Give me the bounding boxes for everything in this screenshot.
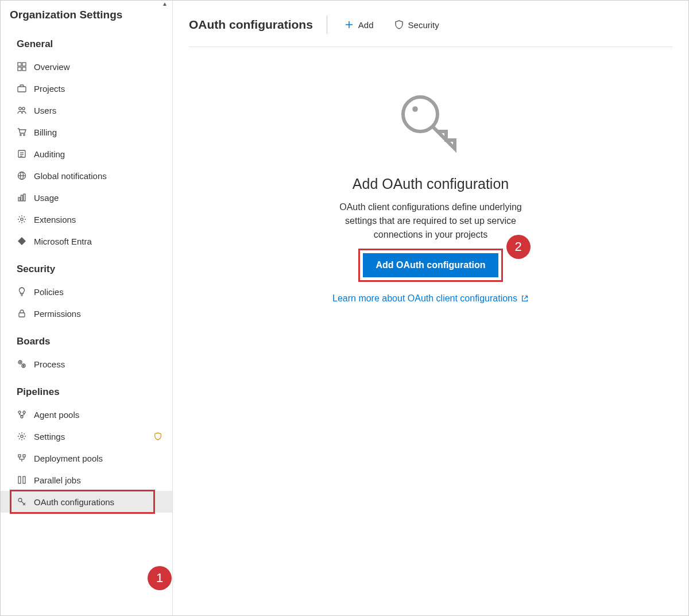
sidebar-item-overview[interactable]: Overview	[1, 56, 172, 78]
sidebar: ▲ Organization Settings General Overview…	[1, 1, 173, 615]
sidebar-item-label: Billing	[34, 127, 162, 137]
page-title: OAuth configurations	[189, 18, 313, 32]
sidebar-item-global-notifications[interactable]: Global notifications	[1, 165, 172, 187]
lightbulb-icon	[17, 286, 27, 297]
globe-icon	[17, 171, 27, 181]
sidebar-title: Organization Settings	[1, 1, 172, 27]
learn-more-label: Learn more about OAuth client configurat…	[332, 293, 517, 304]
add-button[interactable]: Add	[341, 18, 377, 32]
sidebar-item-label: OAuth configurations	[34, 497, 162, 507]
svg-point-5	[19, 107, 21, 110]
sidebar-item-label: Users	[34, 106, 162, 115]
sidebar-item-label: Projects	[34, 84, 162, 94]
key-icon	[17, 497, 27, 507]
svg-point-27	[18, 411, 21, 413]
cart-icon	[17, 127, 27, 137]
sidebar-item-extensions[interactable]: Extensions	[1, 208, 172, 230]
main-content: OAuth configurations Add Security	[173, 1, 688, 615]
svg-rect-22	[19, 313, 25, 317]
sidebar-item-label: Deployment pools	[34, 454, 162, 463]
svg-point-30	[21, 435, 23, 437]
svg-point-28	[23, 411, 25, 413]
section-heading-general: General	[1, 27, 172, 56]
sidebar-item-policies[interactable]: Policies	[1, 281, 172, 303]
main-body: Add OAuth configuration OAuth client con…	[189, 47, 672, 615]
sidebar-item-label: Usage	[34, 193, 162, 203]
sidebar-item-permissions[interactable]: Permissions	[1, 303, 172, 324]
sidebar-body[interactable]: General Overview Projects Users	[1, 27, 172, 615]
nodes-icon	[17, 409, 27, 420]
add-oauth-configuration-button[interactable]: Add OAuth configuration	[363, 253, 498, 277]
svg-rect-17	[21, 195, 23, 201]
primary-button-wrap: Add OAuth configuration 2	[363, 253, 498, 277]
page-header: OAuth configurations Add Security	[189, 1, 672, 47]
svg-point-19	[21, 218, 23, 220]
sidebar-item-label: Overview	[34, 62, 162, 72]
svg-point-6	[22, 107, 25, 110]
svg-point-8	[24, 134, 25, 135]
sidebar-item-label: Agent pools	[34, 410, 162, 420]
sidebar-item-billing[interactable]: Billing	[1, 121, 172, 143]
svg-rect-16	[18, 197, 20, 201]
sidebar-item-deployment-pools[interactable]: Deployment pools	[1, 447, 172, 469]
svg-rect-4	[18, 87, 26, 92]
sidebar-item-label: Parallel jobs	[34, 475, 162, 485]
sidebar-item-label: Extensions	[34, 215, 162, 224]
sidebar-item-label: Process	[34, 359, 162, 369]
sidebar-item-pipeline-settings[interactable]: Settings	[1, 425, 172, 447]
empty-state-title: Add OAuth configuration	[310, 176, 551, 192]
list-icon	[17, 149, 27, 159]
svg-rect-38	[23, 476, 25, 483]
header-divider	[327, 16, 327, 34]
servers-icon	[17, 453, 27, 463]
sidebar-scroll-up[interactable]: ▲	[161, 1, 169, 9]
section-heading-pipelines: Pipelines	[1, 375, 172, 404]
svg-rect-18	[24, 194, 25, 201]
sidebar-item-label: Permissions	[34, 309, 162, 319]
parallel-icon	[17, 475, 27, 485]
svg-point-43	[412, 106, 418, 112]
security-button[interactable]: Security	[391, 18, 443, 32]
callout-badge-2: 2	[506, 235, 531, 259]
sidebar-item-oauth-configurations[interactable]: OAuth configurations	[1, 491, 172, 513]
svg-point-25	[20, 362, 21, 363]
gear-icon	[17, 214, 27, 224]
svg-rect-0	[18, 63, 21, 66]
sidebar-item-parallel-jobs[interactable]: Parallel jobs	[1, 469, 172, 491]
svg-rect-1	[22, 63, 26, 66]
gear-icon	[17, 431, 27, 441]
svg-rect-32	[23, 455, 25, 457]
section-heading-security: Security	[1, 252, 172, 281]
svg-point-26	[23, 365, 24, 366]
sidebar-item-usage[interactable]: Usage	[1, 187, 172, 208]
sidebar-item-label: Settings	[34, 432, 147, 441]
sidebar-item-projects[interactable]: Projects	[1, 78, 172, 99]
key-large-icon	[396, 87, 465, 162]
sidebar-item-microsoft-entra[interactable]: Microsoft Entra	[1, 230, 172, 252]
users-icon	[17, 105, 27, 115]
add-button-label: Add	[358, 20, 374, 30]
shield-warning-icon	[154, 432, 162, 440]
sidebar-item-users[interactable]: Users	[1, 99, 172, 121]
bar-chart-icon	[17, 192, 27, 203]
svg-point-7	[20, 134, 21, 135]
grid-icon	[17, 61, 27, 72]
sidebar-item-label: Policies	[34, 287, 162, 297]
briefcase-icon	[17, 83, 27, 94]
sidebar-item-auditing[interactable]: Auditing	[1, 143, 172, 165]
callout-badge-1: 1	[148, 566, 172, 590]
sidebar-item-agent-pools[interactable]: Agent pools	[1, 404, 172, 425]
sidebar-item-process[interactable]: Process	[1, 353, 172, 375]
plus-icon	[344, 20, 354, 29]
shield-icon	[394, 20, 404, 29]
lock-icon	[17, 308, 27, 319]
learn-more-link[interactable]: Learn more about OAuth client configurat…	[332, 293, 529, 304]
sidebar-item-label: Auditing	[34, 149, 162, 159]
svg-rect-31	[18, 455, 21, 457]
empty-state-description: OAuth client configurations define under…	[339, 200, 522, 242]
external-link-icon	[521, 295, 529, 303]
security-button-label: Security	[408, 20, 439, 30]
svg-rect-2	[18, 67, 21, 71]
svg-rect-3	[22, 67, 26, 71]
sidebar-item-label: Microsoft Entra	[34, 237, 162, 246]
